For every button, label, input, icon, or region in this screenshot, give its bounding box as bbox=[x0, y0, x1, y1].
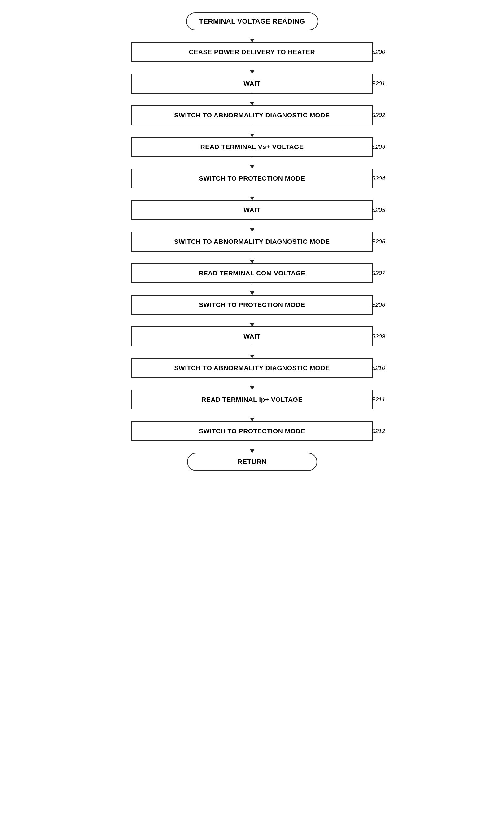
step-row-s208: SWITCH TO PROTECTION MODE S208 bbox=[113, 295, 392, 315]
step-row-s202: SWITCH TO ABNORMALITY DIAGNOSTIC MODE S2… bbox=[113, 105, 392, 125]
step-row-s209: WAIT S209 bbox=[113, 327, 392, 346]
arrow-0 bbox=[251, 30, 253, 42]
arrow-8 bbox=[251, 283, 253, 295]
step-s203: READ TERMINAL Vs+ VOLTAGE bbox=[131, 137, 373, 157]
arrow-4 bbox=[251, 157, 253, 168]
arrow-13 bbox=[251, 441, 253, 453]
arrow-3 bbox=[251, 125, 253, 137]
step-label-s212: S212 bbox=[371, 428, 385, 435]
step-s207: READ TERMINAL COM VOLTAGE bbox=[131, 263, 373, 283]
step-row-s212: SWITCH TO PROTECTION MODE S212 bbox=[113, 421, 392, 441]
step-s212: SWITCH TO PROTECTION MODE bbox=[131, 421, 373, 441]
step-label-s205: S205 bbox=[371, 207, 385, 213]
arrow-10 bbox=[251, 346, 253, 358]
arrow-2 bbox=[251, 94, 253, 105]
step-row-s210: SWITCH TO ABNORMALITY DIAGNOSTIC MODE S2… bbox=[113, 358, 392, 378]
step-s204: SWITCH TO PROTECTION MODE bbox=[131, 168, 373, 188]
step-label-s211: S211 bbox=[371, 396, 385, 403]
step-row-s201: WAIT S201 bbox=[113, 74, 392, 94]
step-s206: SWITCH TO ABNORMALITY DIAGNOSTIC MODE bbox=[131, 232, 373, 252]
flowchart: TERMINAL VOLTAGE READING CEASE POWER DEL… bbox=[113, 12, 392, 471]
arrow-7 bbox=[251, 252, 253, 263]
arrow-12 bbox=[251, 410, 253, 421]
arrow-9 bbox=[251, 315, 253, 327]
end-terminal: RETURN bbox=[187, 453, 317, 471]
step-s210: SWITCH TO ABNORMALITY DIAGNOSTIC MODE bbox=[131, 358, 373, 378]
step-s205: WAIT bbox=[131, 200, 373, 220]
step-row-s211: READ TERMINAL Ip+ VOLTAGE S211 bbox=[113, 390, 392, 410]
step-row-s205: WAIT S205 bbox=[113, 200, 392, 220]
step-label-s208: S208 bbox=[371, 302, 385, 308]
step-label-s204: S204 bbox=[371, 175, 385, 182]
step-row-s203: READ TERMINAL Vs+ VOLTAGE S203 bbox=[113, 137, 392, 157]
step-s208: SWITCH TO PROTECTION MODE bbox=[131, 295, 373, 315]
step-s211: READ TERMINAL Ip+ VOLTAGE bbox=[131, 390, 373, 410]
arrow-11 bbox=[251, 378, 253, 390]
step-row-s207: READ TERMINAL COM VOLTAGE S207 bbox=[113, 263, 392, 283]
step-row-s200: CEASE POWER DELIVERY TO HEATER S200 bbox=[113, 42, 392, 62]
step-s209: WAIT bbox=[131, 327, 373, 346]
step-s200: CEASE POWER DELIVERY TO HEATER bbox=[131, 42, 373, 62]
step-label-s207: S207 bbox=[371, 270, 385, 277]
step-s202: SWITCH TO ABNORMALITY DIAGNOSTIC MODE bbox=[131, 105, 373, 125]
arrow-1 bbox=[251, 62, 253, 74]
step-row-s206: SWITCH TO ABNORMALITY DIAGNOSTIC MODE S2… bbox=[113, 232, 392, 252]
step-label-s203: S203 bbox=[371, 144, 385, 150]
start-terminal: TERMINAL VOLTAGE READING bbox=[186, 12, 318, 30]
step-label-s200: S200 bbox=[371, 49, 385, 55]
step-label-s201: S201 bbox=[371, 80, 385, 87]
step-label-s202: S202 bbox=[371, 112, 385, 119]
arrow-6 bbox=[251, 220, 253, 232]
arrow-5 bbox=[251, 188, 253, 200]
step-label-s209: S209 bbox=[371, 333, 385, 340]
step-label-s210: S210 bbox=[371, 365, 385, 371]
step-s201: WAIT bbox=[131, 74, 373, 94]
step-row-s204: SWITCH TO PROTECTION MODE S204 bbox=[113, 168, 392, 188]
step-label-s206: S206 bbox=[371, 238, 385, 245]
